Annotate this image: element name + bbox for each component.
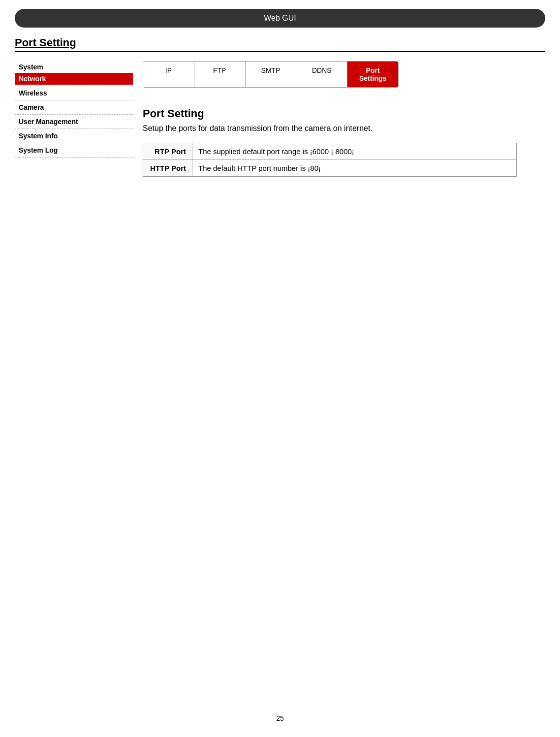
sidebar-item-system-log[interactable]: System Log — [15, 144, 133, 156]
divider-5 — [15, 143, 133, 143]
top-bar: Web GUI — [15, 9, 545, 28]
section-title: Port Setting — [143, 107, 545, 120]
divider-4 — [15, 128, 133, 129]
divider-2 — [15, 100, 133, 100]
sidebar-item-user-management[interactable]: User Management — [15, 116, 133, 128]
tab-smtp[interactable]: SMTP — [246, 62, 297, 87]
divider-6 — [15, 157, 133, 158]
content-area: IP FTP SMTP DDNS Port Settings Port Sett… — [133, 61, 545, 177]
tab-ip[interactable]: IP — [143, 62, 194, 87]
sidebar-item-camera[interactable]: Camera — [15, 101, 133, 113]
sidebar: System Network Wireless Camera User Mana… — [15, 61, 133, 177]
sidebar-item-system-info[interactable]: System Info — [15, 130, 133, 142]
info-table: RTP Port The supplied default port range… — [143, 143, 517, 177]
table-cell-label-http: HTTP Port — [143, 160, 192, 177]
table-row: HTTP Port The default HTTP port number i… — [143, 160, 517, 177]
tab-ftp[interactable]: FTP — [194, 62, 246, 87]
table-cell-value-http: The default HTTP port number is ¡80¡ — [192, 160, 517, 177]
table-row: RTP Port The supplied default port range… — [143, 143, 517, 160]
table-cell-value-rtp: The supplied default port range is ¡6000… — [192, 143, 517, 160]
sidebar-item-network[interactable]: Network — [15, 73, 133, 85]
section-subtitle: Setup the ports for data transmission fr… — [143, 124, 545, 133]
sidebar-item-wireless[interactable]: Wireless — [15, 87, 133, 99]
sidebar-item-system[interactable]: System — [15, 61, 133, 73]
top-bar-title: Web GUI — [264, 14, 296, 22]
tab-port-settings[interactable]: Port Settings — [347, 62, 398, 87]
main-content: System Network Wireless Camera User Mana… — [15, 61, 545, 177]
page-number: 25 — [0, 714, 560, 722]
table-cell-label-rtp: RTP Port — [143, 143, 192, 160]
tab-bar: IP FTP SMTP DDNS Port Settings — [143, 61, 399, 88]
page-heading: Port Setting — [15, 36, 545, 52]
divider-1 — [15, 86, 133, 86]
tab-ddns[interactable]: DDNS — [296, 62, 347, 87]
page-title: Port Setting — [15, 36, 545, 49]
divider-3 — [15, 114, 133, 115]
